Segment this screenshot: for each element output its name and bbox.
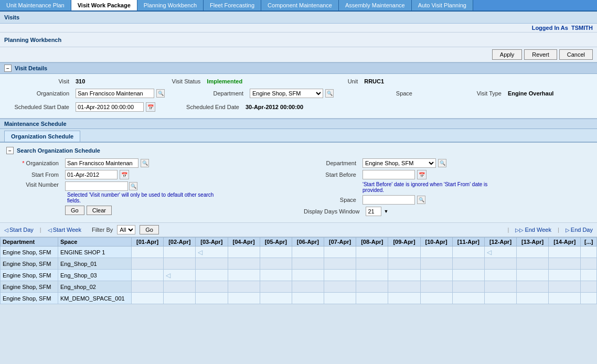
cell-day[interactable]: ◁	[196, 247, 228, 258]
cell-day[interactable]	[260, 293, 292, 304]
cell-day[interactable]	[581, 258, 597, 270]
visit-details-collapse[interactable]: −	[4, 65, 12, 72]
cell-day[interactable]	[549, 247, 581, 258]
search-dept-select[interactable]: Engine Shop, SFM	[363, 158, 436, 168]
cell-day[interactable]	[228, 270, 260, 281]
cal-go-button[interactable]: Go	[140, 225, 159, 234]
cell-day[interactable]	[549, 293, 581, 304]
tab-visit-work-package[interactable]: Visit Work Package	[71, 0, 137, 10]
cell-day[interactable]	[292, 293, 324, 304]
revert-button[interactable]: Revert	[524, 49, 557, 60]
cell-day[interactable]	[549, 270, 581, 281]
cell-day[interactable]	[228, 247, 260, 258]
search-org-icon[interactable]: 🔍	[141, 159, 149, 167]
cell-day[interactable]	[292, 258, 324, 270]
cell-day[interactable]	[260, 270, 292, 281]
cell-day[interactable]	[292, 281, 324, 293]
cell-day[interactable]	[196, 281, 228, 293]
cell-day[interactable]	[132, 281, 164, 293]
end-week-btn[interactable]: ▷▷ End Week	[515, 227, 551, 233]
go-button[interactable]: Go	[65, 206, 84, 215]
dept-select[interactable]: Engine Shop, SFM	[250, 89, 323, 98]
cell-day[interactable]	[356, 247, 388, 258]
cell-day[interactable]	[452, 258, 484, 270]
search-visit-num-input[interactable]	[65, 181, 128, 191]
cell-day[interactable]	[324, 281, 356, 293]
search-start-before-input[interactable]	[363, 170, 415, 179]
cell-day[interactable]	[324, 270, 356, 281]
search-collapse-btn[interactable]: −	[6, 147, 14, 154]
cell-day[interactable]	[420, 281, 452, 293]
search-start-before-cal[interactable]: 📅	[417, 170, 427, 179]
tab-planning-workbench[interactable]: Planning Workbench	[137, 0, 204, 10]
search-space-icon[interactable]: 🔍	[417, 196, 425, 204]
cell-day[interactable]	[356, 281, 388, 293]
search-start-from-cal[interactable]: 📅	[120, 170, 129, 179]
filter-select[interactable]: All	[117, 225, 135, 234]
cell-day[interactable]	[292, 270, 324, 281]
search-dept-icon[interactable]: 🔍	[438, 159, 446, 167]
clear-button[interactable]: Clear	[87, 206, 112, 215]
cell-day[interactable]	[420, 270, 452, 281]
cell-day[interactable]	[132, 247, 164, 258]
cell-day[interactable]	[292, 247, 324, 258]
cell-day[interactable]	[388, 270, 420, 281]
cell-day[interactable]	[356, 293, 388, 304]
cell-day[interactable]	[484, 258, 516, 270]
cell-day[interactable]	[420, 293, 452, 304]
cell-day[interactable]	[484, 270, 516, 281]
org-search-icon[interactable]: 🔍	[156, 89, 165, 98]
cell-day[interactable]	[164, 258, 196, 270]
cell-day[interactable]	[420, 258, 452, 270]
cell-day[interactable]	[260, 281, 292, 293]
cell-day[interactable]	[132, 258, 164, 270]
tab-auto-visit-planning[interactable]: Auto Visit Planning	[412, 0, 473, 10]
cell-day[interactable]	[196, 270, 228, 281]
cell-day[interactable]: ◁	[164, 270, 196, 281]
apply-button[interactable]: Apply	[492, 49, 523, 60]
tab-unit-maintenance-plan[interactable]: Unit Maintenance Plan	[0, 0, 71, 10]
cell-day[interactable]	[517, 293, 549, 304]
cell-day[interactable]	[228, 281, 260, 293]
cell-day[interactable]	[581, 247, 597, 258]
cell-day[interactable]	[132, 293, 164, 304]
cell-day[interactable]	[581, 293, 597, 304]
search-visit-num-icon[interactable]: 🔍	[129, 182, 137, 190]
org-schedule-tab[interactable]: Organization Schedule	[4, 131, 80, 142]
org-input[interactable]	[76, 89, 154, 98]
start-day-btn[interactable]: ◁ Start Day	[4, 227, 34, 233]
start-week-btn[interactable]: ◁ Start Week	[48, 227, 81, 233]
cell-day[interactable]	[517, 281, 549, 293]
cell-day[interactable]	[356, 270, 388, 281]
cell-day[interactable]	[324, 258, 356, 270]
tab-assembly-maintenance[interactable]: Assembly Maintenance	[339, 0, 412, 10]
cell-day[interactable]	[388, 258, 420, 270]
cell-day[interactable]	[196, 293, 228, 304]
cell-day[interactable]	[581, 281, 597, 293]
cell-day[interactable]	[132, 270, 164, 281]
cell-day[interactable]	[324, 247, 356, 258]
dept-search-icon[interactable]: 🔍	[325, 89, 334, 98]
start-date-input[interactable]	[76, 102, 144, 112]
cell-day[interactable]	[452, 281, 484, 293]
cell-day[interactable]	[164, 293, 196, 304]
tab-component-maintenance[interactable]: Component Maintenance	[261, 0, 339, 10]
cell-day[interactable]	[164, 281, 196, 293]
search-org-input[interactable]	[65, 158, 138, 168]
cell-day[interactable]	[484, 281, 516, 293]
cell-day[interactable]	[196, 258, 228, 270]
search-display-days-input[interactable]	[366, 207, 381, 216]
cell-day[interactable]	[388, 281, 420, 293]
tab-fleet-forecasting[interactable]: Fleet Forecasting	[204, 0, 261, 10]
cancel-button[interactable]: Cancel	[559, 49, 593, 60]
cell-day[interactable]	[356, 258, 388, 270]
start-date-cal-icon[interactable]: 📅	[146, 102, 155, 112]
cell-day[interactable]	[388, 247, 420, 258]
cell-day[interactable]	[549, 281, 581, 293]
cell-day[interactable]	[388, 293, 420, 304]
cell-day[interactable]	[484, 293, 516, 304]
cell-day[interactable]	[164, 247, 196, 258]
cell-day[interactable]	[228, 293, 260, 304]
cell-day[interactable]	[324, 293, 356, 304]
cell-day[interactable]	[452, 247, 484, 258]
